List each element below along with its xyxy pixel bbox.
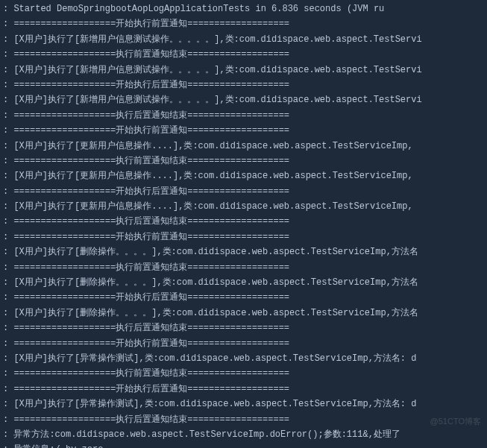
- log-line: : [X用户]执行了[新增用户信息测试操作。。。。。],类:com.didisp…: [3, 32, 484, 47]
- log-line: : [X用户]执行了[删除操作。。。。],类:com.didispace.web…: [3, 275, 484, 290]
- log-line: : ===================开始执行前置通知===========…: [3, 230, 484, 244]
- log-line: : [X用户]执行了[更新用户信息操作....],类:com.didispace…: [3, 199, 484, 214]
- log-line: : [X用户]执行了[更新用户信息操作....],类:com.didispace…: [3, 139, 484, 154]
- log-line: : ===================执行前置通知结束===========…: [3, 260, 484, 275]
- log-line: : [X用户]执行了[删除操作。。。。],类:com.didispace.web…: [3, 244, 484, 259]
- log-line: : ===================开始执行后置通知===========…: [3, 382, 484, 397]
- log-line: : ===================开始执行后置通知===========…: [3, 78, 484, 92]
- log-line: : [X用户]执行了[新增用户信息测试操作。。。。。],类:com.didisp…: [3, 92, 484, 107]
- log-line: : ===================开始执行前置通知===========…: [3, 123, 484, 138]
- log-line: : ===================执行前置通知结束===========…: [3, 47, 484, 62]
- log-line: : [X用户]执行了[删除操作。。。。],类:com.didispace.web…: [3, 306, 484, 321]
- log-line: : ===================开始执行前置通知===========…: [3, 336, 484, 351]
- log-line: : [X用户]执行了[异常操作测试],类:com.didispace.web.a…: [3, 351, 484, 366]
- log-line: : ===================开始执行前置通知===========…: [3, 16, 484, 31]
- watermark: @51CTO博客: [430, 414, 481, 429]
- log-line: : ===================开始执行后置通知===========…: [3, 290, 484, 305]
- log-line: : [X用户]执行了[更新用户信息操作....],类:com.didispace…: [3, 168, 484, 183]
- console-output: : Started DemoSpringbootAopLogApplicatio…: [3, 1, 484, 448]
- log-line: : ===================执行后置通知结束===========…: [3, 214, 484, 229]
- log-line: : ===================开始执行后置通知===========…: [3, 184, 484, 199]
- log-line: : ===================执行后置通知结束===========…: [3, 108, 484, 123]
- log-line: : Started DemoSpringbootAopLogApplicatio…: [3, 1, 484, 16]
- log-line: : ===================执行前置通知结束===========…: [3, 154, 484, 168]
- log-line: : ===================执行前置通知结束===========…: [3, 366, 484, 381]
- log-line: : ===================执行后置通知结束===========…: [3, 321, 484, 335]
- log-line: : [X用户]执行了[异常操作测试],类:com.didispace.web.a…: [3, 397, 484, 411]
- log-line: : 异常方法:com.didispace.web.aspect.TestServ…: [3, 427, 484, 442]
- log-line: : ===================执行后置通知结束===========…: [3, 412, 484, 427]
- log-line: : 异常信息:/ by zero: [3, 442, 484, 448]
- log-line: : [X用户]执行了[新增用户信息测试操作。。。。。],类:com.didisp…: [3, 63, 484, 78]
